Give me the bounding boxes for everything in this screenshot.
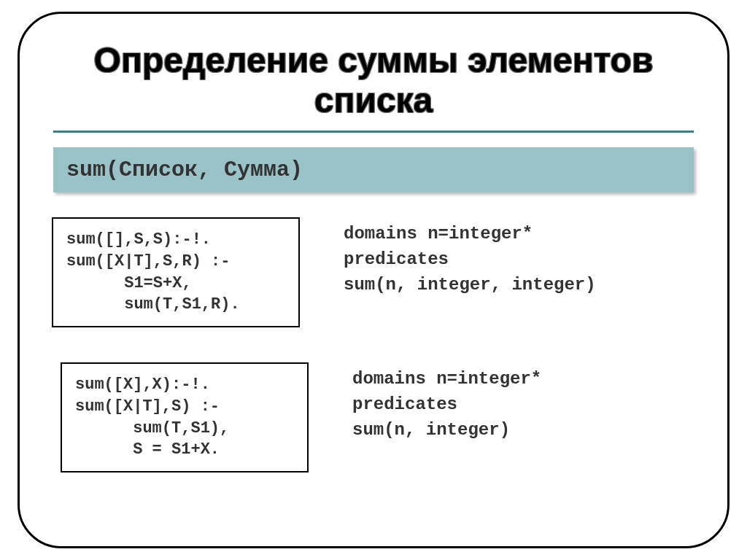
slide: Определение суммы элементов списка sum(С…: [0, 0, 747, 560]
example-row-1: sum([],S,S):-!. sum([X|T],S,R) :- S1=S+X…: [52, 217, 695, 327]
declarations-1: domains n=integer* predicates sum(n, int…: [344, 217, 596, 298]
example-row-2: sum([X],X):-!. sum([X|T],S) :- sum(T,S1)…: [61, 362, 695, 472]
predicate-signature-bar: sum(Список, Сумма): [53, 147, 694, 192]
code-2: sum([X],X):-!. sum([X|T],S) :- sum(T,S1)…: [75, 374, 294, 461]
code-1: sum([],S,S):-!. sum([X|T],S,R) :- S1=S+X…: [66, 229, 285, 316]
slide-frame: Определение суммы элементов списка sum(С…: [18, 12, 729, 548]
code-box-2: sum([X],X):-!. sum([X|T],S) :- sum(T,S1)…: [61, 362, 309, 472]
slide-title: Определение суммы элементов списка: [52, 40, 695, 120]
title-underline: [53, 131, 694, 133]
predicate-signature: sum(Список, Сумма): [66, 158, 681, 182]
code-box-1: sum([],S,S):-!. sum([X|T],S,R) :- S1=S+X…: [52, 217, 300, 327]
declarations-2: domains n=integer* predicates sum(n, int…: [352, 362, 541, 443]
